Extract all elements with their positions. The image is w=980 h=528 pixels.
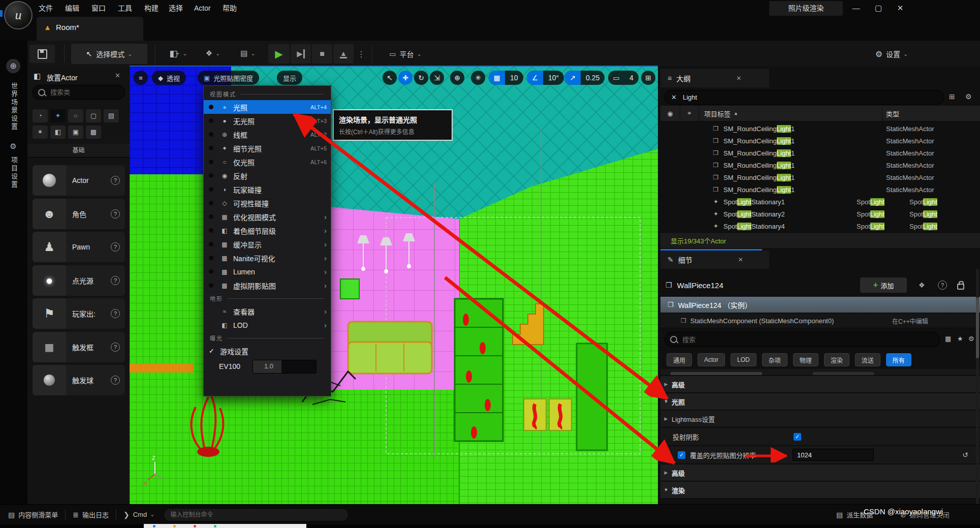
lock-icon[interactable] — [957, 284, 964, 290]
play-options-kebab[interactable]: ⋮ — [355, 44, 368, 64]
menu-item-shader-complexity[interactable]: ◧ 着色细节层级› — [204, 224, 331, 237]
place-item-actor[interactable]: Actor ? — [33, 165, 125, 196]
outliner-row[interactable]: ❒ SM_RoundCeilingLight1 StaticMeshActor — [660, 171, 980, 183]
menu-item-detail-lighting[interactable]: ✦ 细节光照ALT+5 — [204, 141, 331, 155]
close-icon[interactable]: ✕ — [738, 256, 743, 263]
menu-item-optimization[interactable]: ▦ 优化视图模式› — [204, 210, 331, 224]
view-mode-dropdown[interactable]: ▣ 光照贴图密度 — [198, 71, 259, 85]
details-section-lighting[interactable]: ▼光照 — [660, 393, 980, 410]
scale-tool[interactable]: ⇲ — [430, 71, 444, 85]
output-log-button[interactable]: ≣ 输出日志 — [73, 510, 109, 519]
outliner-row[interactable]: ✦ SpotLightStationary4 SpotLight SpotLig… — [660, 220, 980, 232]
category-shapes[interactable]: ▢ — [86, 109, 101, 122]
details-section-advanced-2[interactable]: ▶高级 — [660, 464, 980, 481]
details-scrollbar-thumb[interactable] — [976, 297, 979, 358]
filter-tab-lod[interactable]: LOD — [731, 353, 756, 366]
filter-tab-streaming[interactable]: 流送 — [855, 353, 880, 366]
menu-item-unlit[interactable]: ● 无光照ALT+3 — [204, 114, 331, 128]
section-basic[interactable]: 基础 — [27, 144, 130, 158]
platforms-dropdown[interactable]: ▭ 平台 ⌄ — [380, 44, 431, 64]
category-recently-placed[interactable]: ◔ — [33, 109, 48, 122]
rotate-tool[interactable]: ↻ — [414, 71, 428, 85]
tab-outliner[interactable]: ≡ 大纲 ✕ — [660, 69, 769, 87]
settings-dropdown[interactable]: ⚙ 设置 ⌄ — [864, 44, 920, 64]
lightmap-res-input[interactable]: 1024 — [793, 449, 874, 461]
project-settings-icon[interactable]: ⚙ — [7, 140, 19, 152]
skip-button[interactable]: ▶ — [291, 44, 311, 64]
details-component-row[interactable]: ❒ StaticMeshComponent (StaticMeshCompone… — [660, 314, 980, 328]
menu-item-lighting-only[interactable]: ○ 仅光照ALT+6 — [204, 155, 331, 169]
filter-tab-all[interactable]: 所有 — [886, 353, 911, 366]
world-space-toggle[interactable]: ⊕ — [450, 71, 464, 85]
cmd-dropdown[interactable]: ❯ Cmd ⌄ — [123, 511, 154, 519]
outliner-row[interactable]: ❒ SM_RoundCeilingLight1 StaticMeshActor — [660, 122, 980, 135]
menu-help[interactable]: 帮助 — [215, 0, 244, 17]
menu-item-buffer-visualization[interactable]: ▩ 缓冲显示› — [204, 237, 331, 251]
menu-actor[interactable]: Actor — [187, 0, 218, 17]
project-settings-tab[interactable]: 项目设置 — [9, 157, 19, 189]
outliner-settings-icon[interactable]: ⚙ — [965, 92, 972, 101]
maximize-button[interactable]: ▢ — [870, 1, 887, 15]
outliner-row[interactable]: ✦ SpotLightStationary1 SpotLight SpotLig… — [660, 196, 980, 208]
lightmap-res-override-checkbox[interactable]: ✓ — [678, 451, 685, 459]
tab-details[interactable]: ✎ 细节 ✕ — [660, 251, 769, 269]
menu-item-player-collision[interactable]: ◖ 玩家碰撞 — [204, 182, 331, 196]
outliner-row[interactable]: ❒ SM_RoundCeilingLight1 StaticMeshActor — [660, 135, 980, 147]
grid-snap-control[interactable]: ▦ 10 — [489, 71, 523, 85]
menu-item-game-settings[interactable]: ✓ 游戏设置 — [204, 344, 331, 358]
stop-button[interactable]: ■ — [312, 44, 332, 64]
menu-window[interactable]: 窗口 — [84, 0, 113, 17]
close-icon[interactable]: ✕ — [736, 75, 741, 82]
menu-edit[interactable]: 编辑 — [58, 0, 86, 17]
menu-tools[interactable]: 工具 — [111, 0, 139, 17]
surface-snap-toggle[interactable]: ✳ — [471, 71, 485, 85]
place-item-trigger-sphere[interactable]: 触发球 ? — [33, 365, 125, 395]
rotation-snap-control[interactable]: ∠ 10° — [527, 71, 564, 85]
outliner-search-input[interactable] — [682, 93, 879, 102]
outliner-row[interactable]: ❒ SM_RoundCeilingLight1 StaticMeshActor — [660, 159, 980, 171]
place-item-pawn[interactable]: ♟ Pawn ? — [33, 232, 125, 262]
tab-room[interactable]: ▲ Room* — [37, 17, 143, 41]
blueprints-dropdown[interactable]: ❖ ⌄ — [198, 45, 228, 62]
outliner-add-icon[interactable]: ⊞ — [949, 92, 955, 101]
filter-tab-general[interactable]: 通用 — [667, 353, 692, 366]
cast-shadow-checkbox[interactable]: ✓ — [794, 433, 801, 441]
outliner-row[interactable]: ❒ SM_RoundCeilingLight1 StaticMeshActor — [660, 147, 980, 159]
category-cinematic[interactable]: ▤ — [104, 109, 119, 122]
details-settings-icon[interactable]: ⚙ — [968, 335, 974, 343]
menu-select[interactable]: 选择 — [162, 0, 190, 17]
place-item-trigger-box[interactable]: ◼ 触发框 ? — [33, 332, 125, 362]
menu-item-visibility-collision[interactable]: ◇ 可视性碰撞 — [204, 196, 331, 210]
content-drawer-button[interactable]: ▤ 内容侧滑菜单 — [8, 510, 58, 519]
eject-button[interactable]: ▲ — [333, 44, 354, 64]
outliner-row[interactable]: ❒ SM_RoundCeilingLight1 StaticMeshActor — [660, 183, 980, 196]
category-lights[interactable]: ✦ — [50, 109, 66, 122]
clear-search-icon[interactable]: ✕ — [671, 94, 677, 101]
reset-to-default-icon[interactable]: ↺ — [962, 451, 968, 459]
favorites-star-icon[interactable]: ★ — [957, 335, 963, 343]
search-input[interactable] — [49, 88, 115, 97]
add-component-button[interactable]: + 添加 — [860, 277, 907, 293]
place-item-point-light[interactable]: ● 点光源 ? — [33, 265, 125, 296]
menu-item-visualizer[interactable]: ≈ 查看器› — [204, 304, 331, 318]
place-item-character[interactable]: ☻ 角色 ? — [33, 199, 125, 229]
place-item-player-start[interactable]: ⚑ 玩家出: ? — [33, 298, 125, 329]
details-search[interactable] — [665, 332, 940, 347]
move-tool[interactable]: ✚ — [398, 71, 413, 85]
details-search-input[interactable] — [681, 335, 875, 344]
outliner-search[interactable]: ✕ — [665, 90, 944, 105]
category-all-classes[interactable]: ▩ — [86, 126, 101, 139]
place-actor-search[interactable] — [33, 85, 125, 100]
blueprint-icon[interactable]: ❖ — [919, 281, 925, 289]
save-button[interactable] — [29, 45, 55, 63]
photo-render-button[interactable]: 照片级渲染 — [769, 1, 843, 16]
edit-in-cpp-label[interactable]: 在C++中编辑 — [892, 317, 928, 325]
menu-item-lumen[interactable]: ▩ Lumen› — [204, 265, 331, 278]
details-section-lightmass[interactable]: ▶Lightmass设置 — [660, 411, 980, 427]
outliner-row[interactable]: ✦ SpotLightStationary2 SpotLight SpotLig… — [660, 208, 980, 220]
menu-item-virtual-shadow-map[interactable]: ▩ 虚拟阴影贴图› — [204, 278, 331, 292]
console-input[interactable] — [164, 508, 349, 521]
minimize-button[interactable]: — — [847, 1, 865, 15]
world-settings-icon[interactable]: ⊕ — [6, 59, 20, 73]
scale-snap-control[interactable]: ↗ 0.25 — [564, 71, 605, 85]
